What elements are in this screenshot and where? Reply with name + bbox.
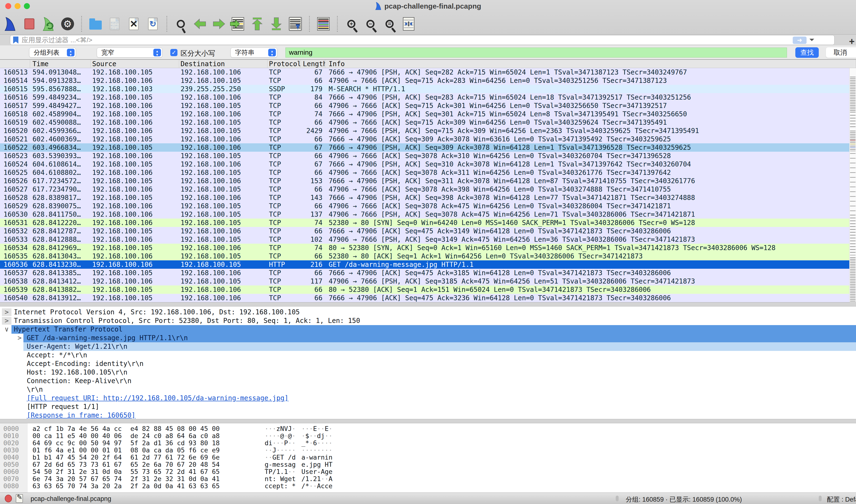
packet-cell[interactable]: 2429 [301, 127, 325, 135]
packet-cell[interactable]: 160523 [0, 152, 30, 160]
hex-ascii[interactable]: /*··Acce [301, 483, 333, 490]
packet-cell[interactable]: 192.168.100.106 [91, 127, 179, 135]
hex-ascii[interactable]: ····@·@· [265, 432, 296, 439]
packet-cell[interactable]: 192.168.100.106 [91, 260, 179, 269]
hex-row[interactable]: 001000 ca 11 e5 40 00 40 06de 24 c0 a8 6… [0, 432, 856, 439]
expander-chevron-icon[interactable]: ∨ [2, 325, 12, 334]
column-no[interactable] [0, 60, 30, 68]
detail-line[interactable]: >GET /da-warning-message.jpg HTTP/1.1\r\… [0, 334, 856, 342]
packet-cell[interactable]: 628.8389817… [30, 194, 91, 202]
packet-cell[interactable]: 7666 → 47906 [PSH, ACK] Seq=309 Ack=3078… [325, 143, 849, 152]
packet-cell[interactable]: TCP [268, 110, 301, 118]
go-to-packet-icon[interactable] [231, 17, 245, 31]
packet-cell[interactable]: 599.4849234… [30, 93, 91, 102]
find-button[interactable]: 查找 [795, 47, 819, 58]
detail-text[interactable]: \r\n [27, 385, 43, 393]
packet-cell[interactable]: 66 [301, 76, 325, 85]
packet-cell[interactable]: 192.168.100.106 [91, 168, 179, 177]
hex-ascii[interactable]: di···P·· [265, 439, 296, 447]
packet-cell[interactable]: 160537 [0, 269, 30, 277]
packet-cell[interactable]: 602.4590088… [30, 118, 91, 127]
packet-cell[interactable]: 47906 → 7666 [ACK] Seq=3078 Ack=398 Win=… [325, 185, 849, 194]
hex-bytes[interactable]: 61 2d 77 61 72 6e 69 6e [130, 454, 220, 461]
column-destination[interactable]: Destination [179, 60, 268, 68]
pane-splitter[interactable] [0, 419, 856, 423]
auto-scroll-icon[interactable] [288, 17, 302, 31]
detail-text[interactable]: Host: 192.168.100.105\r\n [27, 368, 127, 376]
packet-cell[interactable]: 160522 [0, 143, 30, 152]
packet-cell[interactable]: TCP [268, 76, 301, 85]
packet-cell[interactable]: 47906 → 7666 [ACK] Seq=715 Ack=301 Win=6… [325, 102, 849, 110]
packet-row[interactable]: 160536628.8413230…192.168.100.106192.168… [0, 260, 849, 269]
packet-cell[interactable]: 617.7234790… [30, 185, 91, 194]
packet-cell[interactable]: 160536 [0, 260, 30, 269]
packet-cell[interactable]: 160518 [0, 110, 30, 118]
detail-text[interactable]: Connection: Keep-Alive\r\n [27, 377, 131, 385]
packet-cell[interactable]: 192.168.100.105 [179, 168, 268, 177]
packet-cell[interactable]: 628.8412888… [30, 235, 91, 244]
packet-cell[interactable]: 137 [301, 210, 325, 219]
packet-cell[interactable]: 160521 [0, 135, 30, 143]
packet-cell[interactable]: 160513 [0, 68, 30, 76]
packet-cell[interactable]: 628.8413230… [30, 260, 91, 269]
packet-bytes-pane[interactable]: 0000a2 cf 1b 7a 4e 56 4a cce4 82 88 45 0… [0, 423, 856, 492]
hex-ascii[interactable]: ···zNVJ· [265, 425, 296, 432]
hex-ascii[interactable]: TP/1.1·· [265, 468, 296, 475]
packet-cell[interactable]: 66 [301, 269, 325, 277]
packet-cell[interactable]: HTTP [268, 260, 301, 269]
packet-cell[interactable]: 47906 → 7666 [PSH, ACK] Seq=3078 Ack=475… [325, 210, 849, 219]
packet-cell[interactable]: 80 → 52380 [ACK] Seq=1 Ack=151 Win=65024… [325, 285, 849, 294]
detail-text[interactable]: Accept-Encoding: identity\r\n [27, 360, 144, 367]
packet-row[interactable]: 160530628.8411750…192.168.100.106192.168… [0, 210, 849, 219]
packet-cell[interactable]: 47906 → 7666 [ACK] Seq=3078 Ack=310 Win=… [325, 152, 849, 160]
packet-cell[interactable]: 47906 → 7666 [ACK] Seq=3078 Ack=475 Win=… [325, 202, 849, 210]
packet-cell[interactable]: 160538 [0, 277, 30, 285]
hex-ascii[interactable]: g-messag [265, 461, 296, 468]
packet-cell[interactable]: TCP [268, 194, 301, 202]
packet-cell[interactable]: 160520 [0, 127, 30, 135]
zoom-reset-icon[interactable]: = [382, 17, 396, 31]
packet-cell[interactable]: TCP [268, 177, 301, 185]
find-width-select[interactable]: 宽窄 ▲▼ [97, 48, 162, 57]
hex-bytes[interactable]: 00 ca 11 e5 40 00 40 06 [33, 432, 122, 439]
hex-ascii[interactable]: ········ [301, 447, 333, 454]
packet-cell[interactable]: 160535 [0, 252, 30, 260]
display-filter-input[interactable]: 应用显示过滤器 ...<⌘/> ➜ [10, 35, 835, 45]
packet-cell[interactable]: 66 [301, 227, 325, 235]
packet-cell[interactable]: 192.168.100.105 [179, 252, 268, 260]
packet-cell[interactable]: 192.168.100.105 [179, 102, 268, 110]
pane-splitter[interactable] [0, 302, 856, 306]
hex-bytes[interactable]: a2 cf 1b 7a 4e 56 4a cc [33, 425, 122, 432]
packet-cell[interactable]: 192.168.100.105 [91, 194, 179, 202]
packet-cell[interactable]: 74 [301, 110, 325, 118]
packet-cell[interactable]: 66 [301, 202, 325, 210]
packet-cell[interactable]: 604.6108614… [30, 160, 91, 168]
packet-cell[interactable]: 7666 → 47906 [ACK] Seq=475 Ack=3185 Win=… [325, 269, 849, 277]
packet-row[interactable]: 160535628.8413043…192.168.100.106192.168… [0, 252, 849, 260]
packet-cell[interactable]: 84 [301, 93, 325, 102]
packet-row[interactable]: 160516599.4849234…192.168.100.105192.168… [0, 93, 849, 102]
go-top-icon[interactable] [250, 17, 264, 31]
packet-cell[interactable]: 192.168.100.106 [91, 219, 179, 227]
packet-cell[interactable]: 192.168.100.106 [91, 185, 179, 194]
packet-cell[interactable]: 47906 → 7666 [PSH, ACK] Seq=3185 Ack=475… [325, 277, 849, 285]
detail-link[interactable]: [Full request URI: http://192.168.100.10… [27, 394, 288, 402]
packet-row[interactable]: 160532628.8412787…192.168.100.105192.168… [0, 227, 849, 235]
packet-cell[interactable]: 628.8413385… [30, 269, 91, 277]
detail-text[interactable]: Accept: */*\r\n [27, 351, 87, 359]
packet-cell[interactable]: 602.4600369… [30, 135, 91, 143]
packet-cell[interactable]: 47906 → 7666 [ACK] Seq=715 Ack=309 Win=6… [325, 118, 849, 127]
packet-row[interactable]: 160540628.8413912…192.168.100.105192.168… [0, 294, 849, 302]
packet-cell[interactable]: 192.168.100.105 [91, 177, 179, 185]
cancel-button[interactable]: 取消 [826, 47, 856, 58]
hex-ascii[interactable]: User-Age [301, 468, 333, 475]
detail-line[interactable]: Host: 192.168.100.105\r\n [0, 368, 856, 377]
packet-cell[interactable]: 192.168.100.105 [179, 152, 268, 160]
packet-cell[interactable]: 192.168.100.105 [91, 135, 179, 143]
packet-cell[interactable]: 160525 [0, 168, 30, 177]
case-sensitive-checkbox[interactable]: ✓ [170, 49, 177, 56]
filter-history-dropdown-icon[interactable] [809, 39, 814, 43]
status-profile[interactable]: 配置 : Default [827, 495, 856, 504]
packet-row[interactable]: 160523603.5390393…192.168.100.106192.168… [0, 152, 849, 160]
packet-cell[interactable]: 192.168.100.105 [91, 269, 179, 277]
